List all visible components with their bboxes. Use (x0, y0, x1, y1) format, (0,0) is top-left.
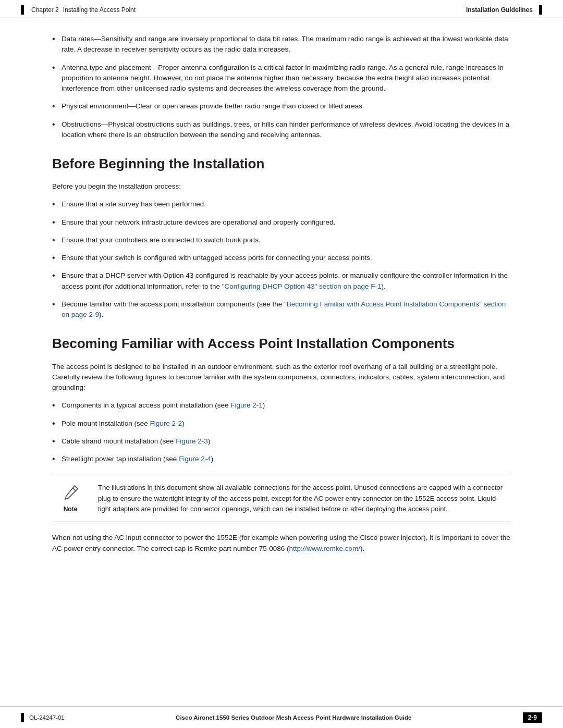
page-header: Chapter 2 Installing the Access Point In… (0, 0, 563, 18)
figure2-3-link[interactable]: Figure 2-3 (176, 437, 208, 445)
bullet-text-after: ). (99, 311, 103, 318)
top-bullet-list: • Data rates—Sensitivity and range are i… (52, 34, 511, 140)
footer-page-number: 2-9 (523, 712, 542, 723)
figure2-4-link[interactable]: Figure 2-4 (179, 455, 211, 463)
list-item: • Data rates—Sensitivity and range are i… (52, 34, 511, 55)
bullet-dot: • (52, 455, 62, 463)
bullet-text: Ensure that a DHCP server with Option 43… (62, 270, 511, 292)
list-item: • Ensure that a site survey has been per… (52, 199, 511, 209)
bullet-text: Cable strand mount installation (see Fig… (62, 436, 511, 447)
note-box: Note The illustrations in this document … (52, 475, 511, 522)
list-item: • Antenna type and placement—Proper ante… (52, 63, 511, 94)
bullet-dot: • (52, 236, 62, 244)
bullet-text: Physical environment—Clear or open areas… (62, 101, 511, 112)
bullet-text-before: Cable strand mount installation (see (62, 437, 176, 445)
list-item: • Components in a typical access point i… (52, 400, 511, 411)
bottom-paragraph: When not using the AC input connector to… (52, 533, 511, 554)
remke-link[interactable]: http://www.remke.com/ (289, 545, 360, 552)
section2-heading: Becoming Familiar with Access Point Inst… (52, 336, 511, 352)
footer-left: OL-24247-01 (21, 713, 65, 722)
bullet-text-after: ). (381, 282, 385, 290)
bullet-text: Ensure that your switch is configured wi… (62, 253, 511, 263)
bullet-dot: • (52, 272, 62, 280)
bullet-text-before: Components in a typical access point ins… (62, 401, 230, 409)
header-chapter: Chapter 2 (31, 6, 59, 14)
bullet-text: Become familiar with the access point in… (62, 299, 511, 320)
bullet-dot: • (52, 120, 62, 129)
bullet-text-after: ) (211, 455, 214, 463)
page-footer: OL-24247-01 Cisco Aironet 1550 Series Ou… (0, 707, 563, 728)
bullet-dot: • (52, 218, 62, 227)
bottom-text-after: ). (360, 545, 364, 552)
bullet-dot: • (52, 102, 62, 110)
bullet-dot: • (52, 401, 62, 410)
list-item: • Cable strand mount installation (see F… (52, 436, 511, 447)
list-item: • Obstructions—Physical obstructions suc… (52, 119, 511, 141)
section1-bullet-list: • Ensure that a site survey has been per… (52, 199, 511, 320)
list-item: • Ensure that your controllers are conne… (52, 235, 511, 245)
bullet-text: Ensure that your network infrastructure … (62, 217, 511, 228)
footer-center: Cisco Aironet 1550 Series Outdoor Mesh A… (176, 714, 411, 721)
bullet-dot: • (52, 64, 62, 72)
bullet-text: Antenna type and placement—Proper antenn… (62, 63, 511, 94)
bullet-dot: • (52, 200, 62, 208)
bullet-dot: • (52, 254, 62, 262)
note-icon (60, 483, 81, 503)
dhcp-link[interactable]: "Configuring DHCP Option 43" section on … (222, 282, 382, 290)
footer-black-bar-left (21, 713, 24, 722)
bullet-text: Ensure that a site survey has been perfo… (62, 199, 511, 209)
section1-heading: Before Beginning the Installation (52, 156, 511, 172)
bullet-text-before: Streetlight power tap installation (see (62, 455, 179, 463)
bullet-text: Obstructions—Physical obstructions such … (62, 119, 511, 141)
bullet-text: Pole mount installation (see Figure 2-2) (62, 418, 511, 429)
bullet-text-before: Become familiar with the access point in… (62, 300, 284, 308)
header-black-bar-right (539, 5, 542, 15)
bullet-text: Data rates—Sensitivity and range are inv… (62, 34, 511, 55)
list-item: • Ensure that your switch is configured … (52, 253, 511, 263)
header-section-label: Installation Guidelines (466, 6, 533, 14)
header-chapter-title: Installing the Access Point (63, 6, 136, 14)
bullet-text: Ensure that your controllers are connect… (62, 235, 511, 245)
list-item: • Physical environment—Clear or open are… (52, 101, 511, 112)
bullet-text-after: ) (182, 419, 185, 427)
header-left: Chapter 2 Installing the Access Point (21, 5, 136, 15)
figure2-2-link[interactable]: Figure 2-2 (150, 419, 182, 427)
header-right: Installation Guidelines (466, 5, 542, 15)
bullet-text-after: ) (263, 401, 265, 409)
bullet-dot: • (52, 35, 62, 43)
header-black-bar-left (21, 5, 24, 15)
bullet-dot: • (52, 300, 62, 309)
list-item: • Ensure that a DHCP server with Option … (52, 270, 511, 292)
figure2-1-link[interactable]: Figure 2-1 (230, 401, 263, 409)
bullet-text: Components in a typical access point ins… (62, 400, 511, 411)
list-item: • Become familiar with the access point … (52, 299, 511, 320)
list-item: • Pole mount installation (see Figure 2-… (52, 418, 511, 429)
content-area: • Data rates—Sensitivity and range are i… (0, 18, 563, 570)
bullet-dot: • (52, 437, 62, 446)
note-icon-area: Note (52, 483, 89, 513)
footer-doc-number: OL-24247-01 (29, 714, 65, 721)
section1-intro: Before you begin the installation proces… (52, 181, 511, 192)
section2-bullet-list: • Components in a typical access point i… (52, 400, 511, 464)
footer-right: 2-9 (523, 712, 542, 723)
bullet-text-before: Pole mount installation (see (62, 419, 150, 427)
list-item: • Streetlight power tap installation (se… (52, 454, 511, 464)
bottom-text-before: When not using the AC input connector to… (52, 534, 510, 552)
section2-intro: The access point is designed to be insta… (52, 362, 511, 393)
bullet-dot: • (52, 419, 62, 428)
bullet-text: Streetlight power tap installation (see … (62, 454, 511, 464)
footer-guide-title: Cisco Aironet 1550 Series Outdoor Mesh A… (176, 714, 411, 721)
list-item: • Ensure that your network infrastructur… (52, 217, 511, 228)
note-label: Note (64, 505, 78, 513)
note-content: The illustrations in this document show … (98, 483, 511, 514)
page-wrapper: Chapter 2 Installing the Access Point In… (0, 0, 563, 728)
bullet-text-after: ) (208, 437, 211, 445)
